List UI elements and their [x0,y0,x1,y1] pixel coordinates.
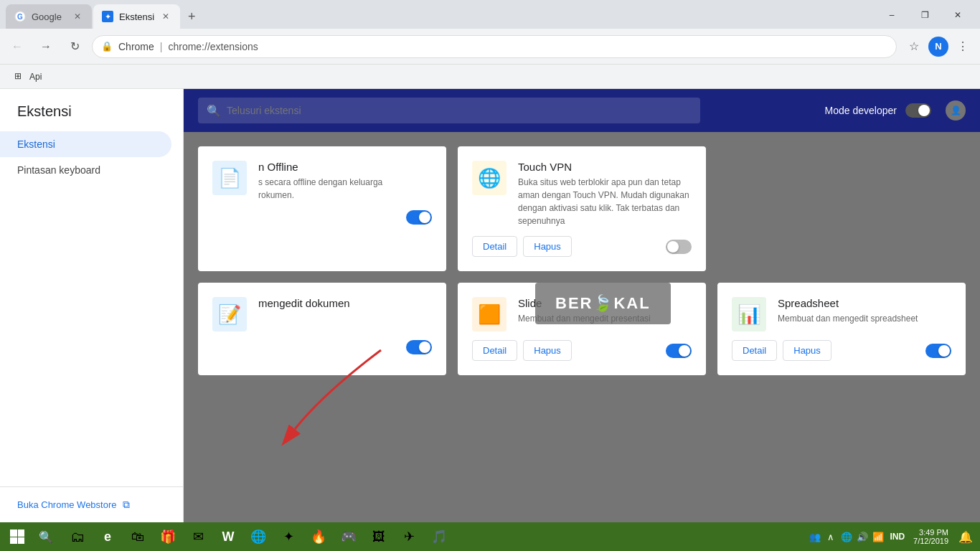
minimize-button[interactable]: – [875,4,908,26]
slide-desc: Membuat dan mengedit presentasi [518,312,692,325]
notification-button[interactable]: 🔔 [954,522,977,551]
doc-header: 📝 mengedit dokumen [212,297,432,331]
tab-google-close[interactable]: ✕ [72,11,83,22]
taskbar-app-game[interactable]: 🎮 [334,522,363,551]
search-bar[interactable]: 🔍 [198,98,700,123]
sidebar-item-ekstensi-label: Ekstensi [17,138,55,150]
sidebar-item-ekstensi[interactable]: Ekstensi [0,131,171,157]
touchvpn-hapus-button[interactable]: Hapus [523,236,572,257]
spreadsheet-footer: Detail Hapus [732,340,951,361]
taskbar-app-edge[interactable]: e [93,522,122,551]
offline-toggle[interactable] [406,210,432,225]
extensions-header: 🔍 Mode developer 👤 [184,89,980,132]
close-button[interactable]: ✕ [941,4,974,26]
slide-toggle[interactable] [666,344,692,358]
profile-button[interactable]: N [928,37,948,57]
offline-name: n Offline [258,161,432,173]
taskbar-app-telegram[interactable]: ✈ [395,522,423,551]
touchvpn-name: Touch VPN [518,161,692,173]
tray-volume-icon[interactable]: 🔊 [855,529,870,544]
taskbar-app-store[interactable]: 🛍 [123,522,152,551]
offline-icon: 📄 [212,161,247,195]
taskbar-app-fire[interactable]: 🔥 [304,522,333,551]
open-webstore-link[interactable]: Buka Chrome Webstore ⧉ [0,486,183,522]
touchvpn-icon: 🌐 [472,161,507,195]
spreadsheet-toggle[interactable] [925,344,951,358]
offline-desc: s secara offline dengan keluargarokumen. [258,176,432,202]
bookmarks-bar: ⊞ Api [0,65,980,89]
taskbar-date: 7/12/2019 [913,537,948,545]
dev-mode-toggle[interactable] [905,103,931,118]
back-button[interactable]: ← [6,35,29,58]
doc-footer [212,340,432,354]
tab-bar: G Google ✕ ✦ Ekstensi ✕ + – ❐ ✕ [0,0,980,29]
taskbar-app-word[interactable]: W [214,522,242,551]
touchvpn-detail-button[interactable]: Detail [472,236,517,257]
slide-detail-button[interactable]: Detail [472,340,517,361]
taskbar-clock[interactable]: 3:49 PM 7/12/2019 [909,528,953,545]
windows-logo [10,529,24,544]
url-bar[interactable]: 🔒 Chrome | chrome://extensions [92,35,897,58]
taskbar-app-ps[interactable]: 🖼 [364,522,393,551]
slide-info: Slide Membuat dan mengedit presentasi [518,297,692,325]
doc-toggle[interactable] [406,340,432,354]
taskbar-app-music[interactable]: 🎵 [425,522,453,551]
new-tab-button[interactable]: + [182,6,202,27]
bookmark-label: Api [29,72,42,82]
touchvpn-header: 🌐 Touch VPN Buka situs web terblokir apa… [472,161,692,227]
taskbar-app-files[interactable]: 🗂 [63,522,92,551]
slide-hapus-button[interactable]: Hapus [523,340,572,361]
bookmark-star-button[interactable]: ☆ [903,35,925,58]
taskbar-app-chrome[interactable]: 🌐 [244,522,273,551]
spreadsheet-header: 📊 Spreadsheet Membuat dan mengedit sprea… [732,297,951,331]
tray-network-icon[interactable]: 🌐 [839,529,854,544]
start-button[interactable] [3,522,32,551]
offline-info: n Offline s secara offline dengan keluar… [258,161,432,202]
touchvpn-footer: Detail Hapus [472,236,692,257]
spreadsheet-hapus-button[interactable]: Hapus [783,340,831,361]
maximize-button[interactable]: ❐ [908,4,941,26]
offline-footer [212,210,432,225]
toolbar-right: ☆ N ⋮ [903,35,974,58]
taskbar-app-gift[interactable]: 🎁 [154,522,182,551]
taskbar-app-ext[interactable]: ✦ [274,522,303,551]
svg-text:✦: ✦ [105,12,111,21]
taskbar-app-mail[interactable]: ✉ [184,522,212,551]
ext-card-slide: 🟧 Slide Membuat dan mengedit presentasi … [458,283,706,375]
sidebar-title: Ekstensi [0,89,183,131]
tab-google[interactable]: G Google ✕ [6,4,92,29]
tray-chevron-icon[interactable]: ∧ [824,529,838,544]
extensions-grid: 📄 n Offline s secara offline dengan kelu… [184,132,980,522]
tab-ekstensi-close[interactable]: ✕ [160,11,171,22]
ext-card-doc: 📝 mengedit dokumen [198,283,446,375]
refresh-button[interactable]: ↻ [63,35,86,58]
header-avatar[interactable]: 👤 [946,100,966,121]
bookmark-api[interactable]: ⊞ Api [9,68,47,85]
sidebar-item-pintasan[interactable]: Pintasan keyboard [0,157,171,183]
doc-info: mengedit dokumen [258,297,432,312]
taskbar-search-button[interactable]: 🔍 [32,522,60,551]
slide-footer: Detail Hapus [472,340,692,361]
doc-icon: 📝 [212,297,247,331]
menu-button[interactable]: ⋮ [951,35,974,58]
tab-google-title: Google [32,11,66,22]
slide-icon: 🟧 [472,297,507,331]
forward-button[interactable]: → [34,35,57,58]
spreadsheet-name: Spreadsheet [778,297,951,309]
tray-people-icon[interactable]: 👥 [808,529,822,544]
sidebar-item-pintasan-label: Pintasan keyboard [17,164,100,176]
sidebar: Ekstensi Ekstensi Pintasan keyboard Buka… [0,89,184,522]
tray-wifi-icon[interactable]: 📶 [871,529,885,544]
ext-card-spreadsheet: 📊 Spreadsheet Membuat dan mengedit sprea… [717,283,966,375]
browser-frame: G Google ✕ ✦ Ekstensi ✕ + – ❐ ✕ ← → ↻ [0,0,980,551]
extensions-area: 🔍 Mode developer 👤 BER🍃KAL 📄 [184,89,980,522]
ext-card-offline-header: 📄 n Offline s secara offline dengan kelu… [212,161,432,202]
tab-ekstensi[interactable]: ✦ Ekstensi ✕ [93,4,180,29]
address-bar: ← → ↻ 🔒 Chrome | chrome://extensions ☆ N… [0,29,980,65]
taskbar-right: 👥 ∧ 🌐 🔊 📶 IND 3:49 PM 7/12/2019 🔔 [808,522,977,551]
spreadsheet-info: Spreadsheet Membuat dan mengedit spreads… [778,297,951,325]
url-path: chrome://extensions [168,41,258,52]
touchvpn-toggle[interactable] [666,240,692,254]
spreadsheet-detail-button[interactable]: Detail [732,340,777,361]
search-input[interactable] [227,105,692,116]
